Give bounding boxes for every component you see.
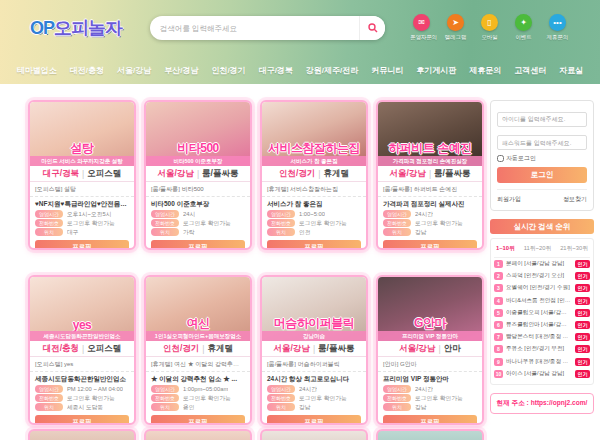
- hours-label: 영업시간: [267, 210, 295, 218]
- shop-card[interactable]: 비타500 비타500 이준호부장 서울/강남 | 룸/풀싸롱 [룸/풀싸롱] …: [144, 100, 252, 250]
- shop-hours-row: 영업시간 1:00~5:00: [262, 210, 366, 219]
- shop-photo: 비타500 비타500 이준호부장: [146, 102, 250, 166]
- nav-item[interactable]: 후기게시판: [416, 65, 456, 76]
- shop-location-row: 위치 인천: [262, 228, 366, 237]
- shop-photo: 여신 1인1실오피형마인드+몸매보장업소: [146, 277, 250, 341]
- quick-link[interactable]: ✉ 운영자문의: [409, 14, 434, 42]
- shop-photo-subtitle: 비타500 이준호부장: [146, 156, 250, 166]
- shop-phone-row: 전화번호 로그인후 확인가능: [378, 219, 482, 228]
- nav-item[interactable]: 고객센터: [514, 65, 546, 76]
- login-id-input[interactable]: [497, 112, 587, 127]
- search-button[interactable]: [359, 16, 385, 40]
- site-logo[interactable]: OP오피놀자: [30, 16, 122, 40]
- hours-value: 24시: [183, 210, 195, 219]
- phone-value: 로그인후 확인가능: [299, 394, 347, 403]
- nav-item[interactable]: 제휴문의: [469, 65, 501, 76]
- nav-item[interactable]: 서울/강남: [117, 65, 151, 76]
- ranking-item[interactable]: 6 뮤즈클럽안마 [서울/강남 강남] 인기: [494, 319, 590, 331]
- shop-location-row: 위치 강남: [378, 403, 482, 412]
- nav-item[interactable]: 강원/제주/전라: [306, 65, 358, 76]
- nav-item[interactable]: 부산/경남: [164, 65, 198, 76]
- shop-region-line: 서울/강남 | 룸/풀싸롱: [378, 166, 482, 182]
- shop-tagline: [룸/풀싸롱] 비타500: [146, 182, 250, 197]
- ranking-tabs: 1~10위 11위~20위 21위~30위: [494, 242, 590, 258]
- quick-link[interactable]: ➤ 텔레그램: [443, 14, 468, 42]
- profile-button[interactable]: 프로필: [35, 415, 129, 426]
- shop-card[interactable]: 하퍼비트 손예진 가격파괴 점포정리 손예진실장 서울/강남 | 룸/풀싸롱 […: [376, 100, 484, 250]
- quick-link[interactable]: ▯ 모바일: [477, 14, 502, 42]
- quick-link-icon: ▯: [481, 14, 498, 31]
- search-input[interactable]: [150, 24, 359, 33]
- auto-login-checkbox[interactable]: [497, 155, 504, 162]
- profile-button[interactable]: 프로필: [267, 240, 361, 251]
- ranking-item[interactable]: 1 문페이 [서울/강남 강남] 인기: [494, 258, 590, 270]
- login-password-input[interactable]: [497, 135, 587, 150]
- nav-item[interactable]: 대전/충청: [70, 65, 104, 76]
- shop-category: 룸/풀싸롱: [318, 343, 354, 355]
- ranking-item[interactable]: 8 주유소 [인천/경기 부천] 인기: [494, 343, 590, 355]
- shop-region: 대전/충청: [43, 343, 79, 355]
- shop-card[interactable]: yes 세종시도담동화끈한일반인업소 대전/충청 | 오피스텔 [오피스텔] y…: [28, 275, 136, 425]
- nav-item[interactable]: 인천/경기: [211, 65, 245, 76]
- quick-link-icon: •••: [549, 14, 566, 31]
- ranking-tab-1[interactable]: 1~10위: [496, 244, 515, 253]
- shop-card[interactable]: 서비스참잘하는집 서비스가 참 좋은집 인천/경기 | 휴게텔 [휴게텔] 서비…: [260, 100, 368, 250]
- ranking-item[interactable]: 9 바나나우유 [대전/충청 천안] 인기: [494, 356, 590, 368]
- rank-number: 1: [494, 260, 503, 268]
- shop-card[interactable]: 여신 1인1실오피형마인드+몸매보장업소 인천/경기 | 휴게텔 [휴게텔] 여…: [144, 275, 252, 425]
- shop-card-teaser[interactable]: [144, 429, 252, 440]
- profile-button[interactable]: 프로필: [383, 240, 477, 251]
- shop-card[interactable]: G안마 프리미엄 VIP 정통안마 서울/강남 | 안마 [안마] G안마 프리…: [376, 275, 484, 425]
- shop-photo-subtitle: 가격파괴 점포정리 손예진실장: [378, 156, 482, 166]
- location-value: 강남: [415, 403, 427, 412]
- quick-link[interactable]: ••• 제휴문의: [545, 14, 570, 42]
- ranking-item[interactable]: 10 아이스 [서울/강남 강남] 인기: [494, 368, 590, 380]
- shop-region: 인천/경기: [163, 343, 199, 355]
- profile-button[interactable]: 프로필: [383, 415, 477, 426]
- shop-photo: G안마 프리미엄 VIP 정통안마: [378, 277, 482, 341]
- shop-phone-row: 전화번호 로그인후 확인가능: [146, 394, 250, 403]
- quick-link[interactable]: ✦ 이벤트: [511, 14, 536, 42]
- ranking-item[interactable]: 7 빵당몬스터 [대전/충청 천안] 인기: [494, 331, 590, 343]
- shop-card-teaser[interactable]: [260, 429, 368, 440]
- address-url[interactable]: https://opnj2.com/: [531, 399, 588, 406]
- shop-card-teaser[interactable]: [376, 429, 484, 440]
- shop-card[interactable]: 머슴하이퍼블릭 강남머슴 서울/강남 | 룸/풀싸롱 [룸/풀싸롱] 머슴하이퍼…: [260, 275, 368, 425]
- page-header: OP오피놀자 ✉ 운영자문의 ➤ 텔레그램: [0, 0, 600, 84]
- rank-label: 아이스 [서울/강남 강남]: [506, 370, 572, 378]
- nav-item[interactable]: 대구/경북: [259, 65, 293, 76]
- shop-description: 비타500 이준호부장: [146, 197, 250, 210]
- phone-label: 전화번호: [383, 394, 411, 402]
- profile-button[interactable]: 프로필: [151, 240, 245, 251]
- profile-button[interactable]: 프로필: [267, 415, 361, 426]
- login-button[interactable]: 로그인: [497, 167, 587, 183]
- signup-link[interactable]: 회원가입: [497, 195, 521, 204]
- ranking-item[interactable]: 2 스파덕 [인천/경기 오산] 인기: [494, 270, 590, 282]
- ranking-tab-2[interactable]: 11위~20위: [524, 244, 551, 253]
- find-info-link[interactable]: 정보찾기: [563, 195, 587, 204]
- shop-location-row: 위치 가락: [146, 228, 250, 237]
- profile-button[interactable]: 프로필: [35, 240, 129, 251]
- rank-label: 바디&셔츠룸 천안점 [인천/경기 인천]: [506, 297, 572, 305]
- location-label: 위치: [151, 228, 179, 236]
- profile-button[interactable]: 프로필: [151, 415, 245, 426]
- ranking-item[interactable]: 3 요벨쉐어 [인천/경기 수원] 인기: [494, 282, 590, 294]
- hours-value: PM 12:00 ~ AM 04:00: [67, 386, 123, 392]
- nav-item[interactable]: 테마별업소: [17, 65, 57, 76]
- rank-number: 3: [494, 284, 503, 292]
- shop-card-teaser[interactable]: [28, 429, 136, 440]
- nav-item[interactable]: 커뮤니티: [371, 65, 403, 76]
- rank-label: 주유소 [인천/경기 부천]: [506, 345, 572, 353]
- shop-location-row: 위치 대구: [30, 228, 134, 237]
- shop-phone-row: 전화번호 로그인후 확인가능: [30, 219, 134, 228]
- shop-phone-row: 전화번호 로그인후 확인가능: [262, 219, 366, 228]
- rank-number: 4: [494, 297, 503, 305]
- nav-item[interactable]: 자료실: [559, 65, 583, 76]
- ranking-item[interactable]: 5 이중클럽오피 [서울/강남 강남] 인기: [494, 307, 590, 319]
- hours-label: 영업시간: [151, 385, 179, 393]
- shop-card[interactable]: 설탕 마인드 서비스 와꾸까지갖춘 설탕 대구/경북 | 오피스텔 [오피스텔]…: [28, 100, 136, 250]
- ranking-item[interactable]: 4 바디&셔츠룸 천안점 [인천/경기 인천] 인기: [494, 295, 590, 307]
- hours-value: 1:00~5:00: [299, 211, 325, 217]
- hours-value: 24시간: [299, 385, 317, 394]
- ranking-tab-3[interactable]: 21위~30위: [560, 244, 588, 253]
